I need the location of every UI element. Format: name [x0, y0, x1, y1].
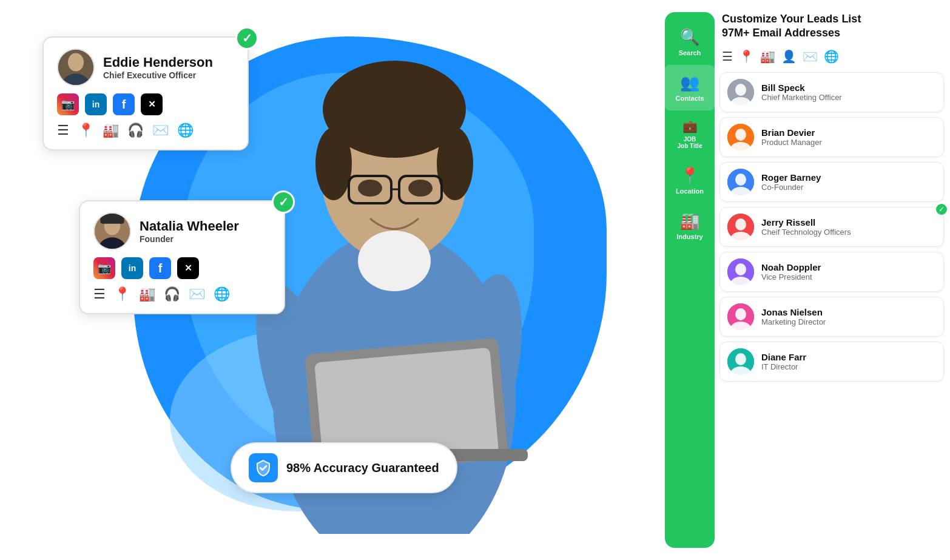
card-name-2: Natalia Wheeler	[140, 218, 239, 234]
filter-list-icon[interactable]: ☰	[722, 49, 733, 64]
facebook-icon-1[interactable]: f	[113, 93, 135, 115]
list-icon-1: ☰	[57, 123, 69, 138]
leads-list-area: Customize Your Leads List 97M+ Email Add…	[719, 12, 944, 548]
lead-row-bill[interactable]: Bill Speck Chief Marketing Officer	[719, 72, 944, 112]
lead-avatar-diane	[727, 348, 754, 375]
sidebar-label-industry: Industry	[676, 233, 702, 240]
svg-point-40	[735, 308, 746, 320]
lead-avatar-roger	[727, 169, 754, 195]
industry-icon-1: 🏭	[103, 123, 119, 138]
card-title-1: Chief Executive Officer	[103, 70, 213, 80]
lead-row-roger[interactable]: Roger Barney Co-Founder	[719, 162, 944, 202]
card-check-icon: ✓	[235, 27, 258, 50]
lead-row-diane[interactable]: Diane Farr IT Director	[719, 342, 944, 382]
sidebar-label-job: JOBJob Title	[678, 136, 702, 149]
x-icon-1[interactable]: ✕	[141, 93, 163, 115]
lead-row-noah[interactable]: Noah Doppler Vice President	[719, 252, 944, 292]
leads-header: Customize Your Leads List 97M+ Email Add…	[719, 12, 944, 41]
lead-avatar-jonas	[727, 303, 754, 330]
support-icon-2: 🎧	[164, 286, 180, 302]
lead-role-jerry: Cheif Technology Officers	[761, 228, 936, 237]
card-nameblock-2: Natalia Wheeler Founder	[140, 218, 239, 244]
svg-point-34	[735, 218, 746, 231]
facebook-icon-2[interactable]: f	[149, 257, 171, 279]
card-check-icon-2: ✓	[272, 191, 295, 214]
lead-check-jerry: ✓	[935, 203, 948, 216]
lead-avatar-brian	[727, 124, 754, 150]
lead-row-brian[interactable]: Brian Devier Product Manager	[719, 117, 944, 157]
lead-name-jonas: Jonas Nielsen	[761, 307, 936, 317]
card-header-2: Natalia Wheeler Founder	[93, 212, 271, 250]
lead-info-roger: Roger Barney Co-Founder	[761, 172, 936, 192]
sidebar-label-search: Search	[679, 49, 701, 56]
lead-row-jonas[interactable]: Jonas Nielsen Marketing Director	[719, 297, 944, 337]
sidebar-label-location: Location	[676, 187, 704, 195]
support-icon-1: 🎧	[127, 123, 144, 138]
location-icon-2: 📍	[114, 286, 130, 302]
filter-email-icon[interactable]: ✉️	[803, 49, 818, 64]
location-icon-1: 📍	[78, 123, 94, 138]
sidebar-item-search[interactable]: 🔍 Search	[665, 19, 715, 65]
industry-icon-2: 🏭	[139, 286, 155, 302]
sidebar-item-industry[interactable]: 🏭 Industry	[665, 203, 715, 249]
lead-avatar-jerry	[727, 214, 754, 240]
lead-role-roger: Co-Founder	[761, 183, 936, 192]
globe-icon-1: 🌐	[177, 123, 194, 138]
sidebar-item-location[interactable]: 📍 Location	[665, 158, 715, 203]
social-icons-2: 📷 in f ✕	[93, 257, 271, 279]
lead-row-jerry[interactable]: Jerry Rissell Cheif Technology Officers …	[719, 207, 944, 247]
contact-card-natalia: ✓ Natalia Wheeler Founder 📷 in	[79, 200, 285, 314]
lead-name-roger: Roger Barney	[761, 172, 936, 183]
info-icons-1: ☰ 📍 🏭 🎧 ✉️ 🌐	[57, 123, 234, 138]
card-title-2: Founder	[140, 234, 239, 244]
contact-card-eddie: ✓ Eddie Henderson Chief Executive Office…	[42, 36, 249, 150]
filter-globe-icon[interactable]: 🌐	[824, 49, 839, 64]
contacts-icon: 👥	[680, 73, 699, 92]
info-icons-2: ☰ 📍 🏭 🎧 ✉️ 🌐	[93, 286, 271, 302]
lead-info-noah: Noah Doppler Vice President	[761, 262, 936, 282]
green-sidebar[interactable]: 🔍 Search 👥 Contacts 💼 JOBJob Title 📍 Loc…	[665, 12, 715, 548]
leads-title: Customize Your Leads List	[722, 12, 944, 26]
avatar-natalia	[93, 212, 131, 250]
lead-info-jonas: Jonas Nielsen Marketing Director	[761, 307, 936, 326]
lead-name-bill: Bill Speck	[761, 83, 936, 93]
filter-location-icon[interactable]: 📍	[739, 49, 754, 64]
x-icon-2[interactable]: ✕	[177, 257, 199, 279]
card-header-1: Eddie Henderson Chief Executive Officer	[57, 49, 234, 86]
filter-icons-row: ☰ 📍 🏭 👤 ✉️ 🌐	[719, 49, 944, 64]
search-icon: 🔍	[680, 28, 699, 47]
lead-name-noah: Noah Doppler	[761, 262, 936, 272]
filter-person-icon[interactable]: 👤	[781, 49, 797, 64]
globe-icon-2: 🌐	[214, 286, 230, 302]
shield-icon	[249, 453, 278, 482]
sidebar-item-job[interactable]: 💼 JOBJob Title	[665, 110, 715, 158]
accuracy-text: 98% Accuracy Guaranteed	[286, 461, 439, 475]
lead-avatar-noah	[727, 258, 754, 285]
card-name-1: Eddie Henderson	[103, 55, 213, 70]
location-sidebar-icon: 📍	[680, 166, 699, 185]
svg-point-10	[408, 180, 433, 197]
job-icon: 💼	[682, 119, 698, 133]
lead-name-jerry: Jerry Rissell	[761, 217, 936, 228]
lead-role-diane: IT Director	[761, 362, 936, 371]
svg-point-43	[735, 353, 746, 365]
svg-point-37	[735, 263, 746, 275]
svg-point-18	[68, 53, 84, 72]
sidebar-item-contacts[interactable]: 👥 Contacts	[665, 65, 715, 110]
svg-point-9	[358, 180, 382, 197]
instagram-icon-2[interactable]: 📷	[93, 257, 115, 279]
filter-industry-icon[interactable]: 🏭	[760, 49, 775, 64]
hero-area: ✓ Eddie Henderson Chief Executive Office…	[0, 0, 667, 560]
svg-rect-22	[100, 214, 124, 224]
lead-role-jonas: Marketing Director	[761, 317, 936, 326]
linkedin-icon-2[interactable]: in	[121, 257, 143, 279]
instagram-icon-1[interactable]: 📷	[57, 93, 79, 115]
avatar-eddie	[57, 49, 95, 86]
social-icons-1: 📷 in f ✕	[57, 93, 234, 115]
svg-point-31	[735, 174, 746, 186]
lead-info-brian: Brian Devier Product Manager	[761, 127, 936, 147]
svg-point-11	[358, 231, 431, 291]
lead-role-bill: Chief Marketing Officer	[761, 93, 936, 102]
linkedin-icon-1[interactable]: in	[85, 93, 107, 115]
right-panel: 🔍 Search 👥 Contacts 💼 JOBJob Title 📍 Loc…	[659, 0, 950, 560]
